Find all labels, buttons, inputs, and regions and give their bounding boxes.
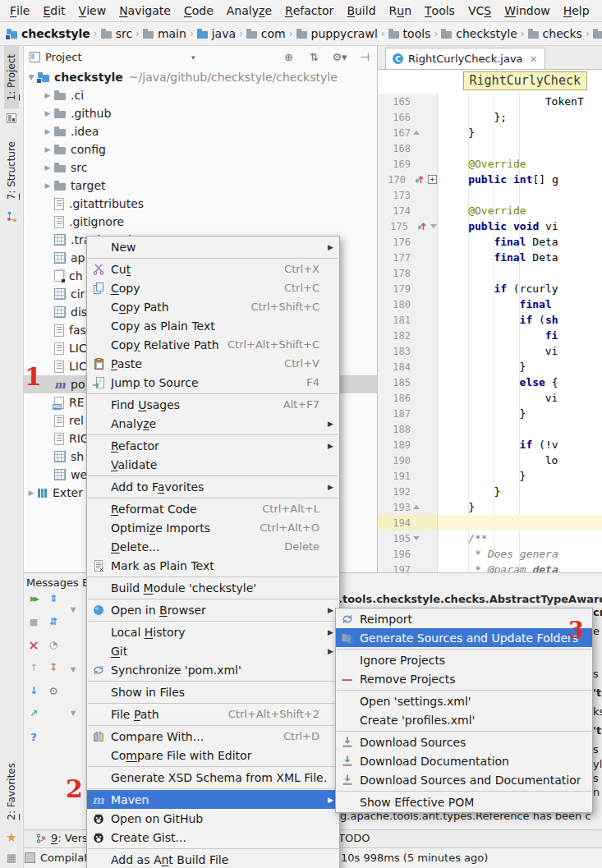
menu-item-optimize-imports[interactable]: Optimize ImportsCtrl+Alt+O (87, 518, 339, 537)
hide-icon[interactable]: ⊣ (358, 51, 372, 63)
menu-item-new[interactable]: New▶ (87, 237, 339, 256)
menubar-item-tools[interactable]: Tools (418, 0, 462, 21)
close-icon[interactable]: × (530, 53, 538, 65)
menu-item-copy[interactable]: CopyCtrl+C (87, 278, 339, 297)
tree-row-idea[interactable]: ▶.idea (23, 122, 377, 140)
collapsed-arrow-icon[interactable]: ▶ (41, 109, 54, 117)
menu-item-mark-as-plain-text[interactable]: Mark as Plain Text (87, 556, 339, 575)
breadcrumb-java[interactable]: java (197, 27, 236, 40)
breadcrumb-puppycrawl[interactable]: puppycrawl (296, 27, 378, 40)
todo-tab[interactable]: TODO (338, 832, 370, 844)
chevron-down-icon[interactable]: ▼ (71, 606, 76, 613)
chevron-down-icon[interactable]: ▼ (71, 666, 76, 673)
menu-item-file-path[interactable]: File PathCtrl+Alt+Shift+2 (87, 705, 339, 723)
breadcrumb-com[interactable]: com (246, 27, 286, 40)
menu-item-find-usages[interactable]: Find UsagesAlt+F7 (87, 395, 339, 414)
tree-row-config[interactable]: ▶config (23, 140, 377, 158)
menu-item-show-in-files[interactable]: Show in Files (87, 682, 339, 701)
breadcrumb-checkstyle[interactable]: checkstyle (441, 27, 517, 40)
collapse-all-icon[interactable]: ⇵ (46, 614, 61, 629)
settings-wrench-icon[interactable]: ⚙ (46, 683, 61, 698)
chevron-down-icon[interactable]: ▼ (71, 710, 76, 717)
help-icon[interactable]: ? (26, 729, 41, 744)
menu-item-download-sources-and-documentation[interactable]: Download Sources and Documentation (336, 770, 592, 789)
pause-output-icon[interactable]: ◔ (46, 637, 61, 652)
menu-item-compare-file-with-editor[interactable]: Compare File with Editor (87, 746, 339, 765)
menu-item-delete[interactable]: Delete...Delete (87, 537, 339, 556)
collapsed-arrow-icon[interactable]: ▶ (41, 181, 54, 190)
breadcrumb-checkstyle[interactable]: checkstyle (7, 27, 90, 40)
breadcrumb-main[interactable]: main (143, 27, 186, 40)
menubar-item-navigate[interactable]: Navigate (113, 0, 177, 21)
collapsed-arrow-icon[interactable]: ▶ (25, 489, 38, 497)
menubar-item-window[interactable]: Window (498, 0, 557, 21)
menu-item-git[interactable]: Git▶ (87, 641, 339, 660)
menu-item-reimport[interactable]: Reimport (336, 609, 592, 628)
menu-item-paste[interactable]: PasteCtrl+V (87, 354, 339, 373)
menu-item-analyze[interactable]: Analyze▶ (87, 414, 339, 433)
tree-row-target[interactable]: ▶target (23, 177, 377, 195)
menu-item-generate-sources-and-update-folders[interactable]: Generate Sources and Update Folders (336, 628, 592, 647)
menubar-item-help[interactable]: Help (557, 0, 596, 21)
menubar-item-file[interactable]: File (3, 0, 36, 21)
menubar-item-vcs[interactable]: VCS (462, 0, 498, 21)
toolwindow-tab-1-project[interactable]: 1: Project (4, 46, 19, 109)
download-tray-icon[interactable]: ↧ (46, 660, 61, 675)
menu-item-local-history[interactable]: Local History▶ (87, 622, 339, 641)
menu-item-create-profiles-xml[interactable]: Create 'profiles.xml' (336, 710, 592, 729)
fold-start-icon[interactable] (430, 224, 437, 228)
breadcrumb-checks[interactable]: checks (528, 27, 582, 40)
menu-item-open-on-github[interactable]: Open on GitHub (87, 809, 339, 828)
menu-item-download-documentation[interactable]: Download Documentation (336, 751, 592, 770)
tree-row-github[interactable]: ▶.github (23, 104, 377, 122)
menubar-item-code[interactable]: Code (177, 0, 220, 21)
menu-item-build-module-checkstyle[interactable]: Build Module 'checkstyle' (87, 578, 339, 597)
breadcrumb-src[interactable]: src (101, 27, 132, 40)
menu-item-jump-to-source[interactable]: Jump to SourceF4 (87, 373, 339, 392)
tree-row-gitattributes[interactable]: .gitattributes (23, 195, 377, 213)
menu-item-cut[interactable]: CutCtrl+X (87, 259, 339, 278)
collapsed-arrow-icon[interactable]: ▶ (41, 145, 54, 154)
editor-tab[interactable]: C RightCurlyCheck.java × (385, 48, 545, 69)
stop-icon[interactable]: ■ (26, 614, 41, 629)
menu-item-copy-as-plain-text[interactable]: Copy as Plain Text (87, 316, 339, 335)
collapsed-arrow-icon[interactable]: ▶ (41, 163, 54, 172)
collapsed-arrow-icon[interactable]: ▶ (41, 127, 54, 135)
menu-item-generate-xsd-schema-from-xml-file[interactable]: Generate XSD Schema from XML File... (87, 768, 339, 787)
menubar-item-analyze[interactable]: Analyze (220, 0, 278, 21)
tree-row-checkstyle[interactable]: ▼checkstyle~/java/github/checkstyle/chec… (23, 68, 377, 86)
tree-row-gitignore[interactable]: .gitignore (23, 213, 377, 231)
menubar-item-edit[interactable]: Edit (36, 0, 71, 21)
menu-item-add-to-favorites[interactable]: Add to Favorites▶ (87, 477, 339, 496)
collapsed-arrow-icon[interactable]: ▶ (41, 91, 54, 99)
menu-item-create-gist[interactable]: Create Gist... (87, 828, 339, 847)
close-icon[interactable]: × (26, 637, 41, 652)
chevron-down-icon[interactable]: ▾ (191, 53, 195, 62)
menu-item-validate[interactable]: Validate (87, 455, 339, 474)
fold-start-icon[interactable] (413, 536, 420, 540)
menu-item-synchronize-pom-xml[interactable]: Synchronize 'pom.xml' (87, 660, 339, 679)
menu-item-show-effective-pom[interactable]: Show Effective POM (336, 792, 592, 811)
menu-item-open-in-browser[interactable]: Open in Browser▶ (87, 600, 339, 619)
menubar-item-view[interactable]: View (72, 0, 113, 21)
menu-item-ignore-projects[interactable]: Ignore Projects (336, 650, 592, 669)
menu-item-open-settings-xml[interactable]: Open 'settings.xml' (336, 691, 592, 710)
menubar-item-build[interactable]: Build (340, 0, 382, 21)
breadcrumb-tools[interactable]: tools (388, 27, 431, 40)
fold-end-icon[interactable] (413, 131, 420, 135)
menu-item-maven[interactable]: mMaven▶ (87, 790, 339, 809)
toolwindow-tab-2-favorites[interactable]: 2: Favorites (4, 755, 19, 829)
up-icon[interactable]: ↑ (26, 660, 41, 675)
toolwindow-tab-7-structure[interactable]: 7: Structure (4, 133, 19, 208)
tree-row-ci[interactable]: ▶.ci (23, 86, 377, 104)
menubar-item-refactor[interactable]: Refactor (278, 0, 340, 21)
rerun-icon[interactable]: ▶▶ (26, 591, 41, 606)
menu-item-reformat-code[interactable]: Reformat CodeCtrl+Alt+L (87, 499, 339, 518)
breadcrumb-item[interactable] (593, 29, 602, 39)
locate-icon[interactable]: ⊕ (282, 51, 296, 63)
settings-icon[interactable]: ⚙▾ (333, 51, 347, 63)
menu-item-download-sources[interactable]: Download Sources (336, 733, 592, 751)
collapse-all-icon[interactable]: ⇅ (307, 51, 321, 63)
fold-end-icon[interactable] (413, 505, 420, 509)
menu-item-copy-relative-path[interactable]: Copy Relative PathCtrl+Alt+Shift+C (87, 335, 339, 354)
